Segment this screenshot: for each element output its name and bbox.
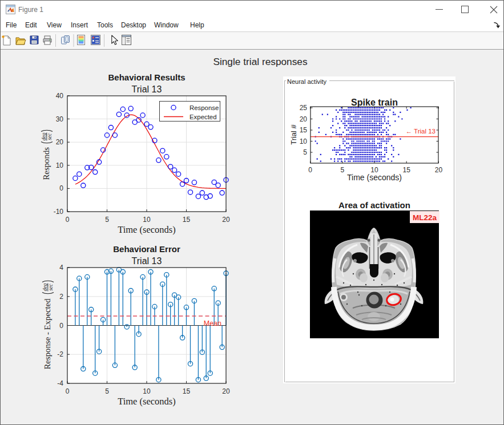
svg-text:20: 20: [56, 138, 64, 146]
svg-text:deg: deg: [42, 283, 48, 291]
svg-text:Trial #: Trial #: [289, 124, 298, 144]
svg-text:10: 10: [143, 216, 151, 224]
svg-text:sec: sec: [47, 133, 53, 140]
svg-text:4: 4: [59, 264, 63, 272]
svg-text:10: 10: [56, 161, 64, 169]
svg-text:30: 30: [56, 115, 64, 123]
svg-text:0: 0: [59, 184, 63, 192]
svg-text:Response: Response: [189, 104, 219, 111]
svg-text:15: 15: [300, 126, 308, 134]
svg-text:0: 0: [66, 216, 70, 224]
svg-text:20: 20: [222, 387, 230, 395]
svg-text:Behavioral Results: Behavioral Results: [108, 72, 185, 82]
svg-text:0: 0: [308, 166, 312, 174]
svg-text:10: 10: [300, 137, 308, 145]
svg-text:Behavioral Error: Behavioral Error: [113, 244, 180, 254]
svg-text:Time (seconds): Time (seconds): [347, 173, 402, 182]
svg-text:Area of activation: Area of activation: [338, 200, 410, 210]
svg-text:Single trial responses: Single trial responses: [213, 56, 308, 67]
svg-text:5: 5: [105, 387, 109, 395]
svg-text:40: 40: [56, 92, 64, 100]
svg-text:Time (seconds): Time (seconds): [118, 396, 176, 407]
svg-text:ML22a: ML22a: [413, 213, 437, 222]
svg-text:Responds: Responds: [42, 147, 51, 180]
svg-text:← Trial 13: ← Trial 13: [406, 128, 436, 135]
svg-text:20: 20: [300, 115, 308, 123]
svg-text:5: 5: [340, 166, 344, 174]
svg-text:0: 0: [59, 322, 63, 330]
svg-text:0: 0: [66, 387, 70, 395]
svg-text:-2: -2: [57, 350, 63, 358]
svg-text:25: 25: [300, 104, 308, 112]
svg-text:5: 5: [105, 216, 109, 224]
svg-text:Trial 13: Trial 13: [132, 84, 162, 94]
svg-text:20: 20: [435, 166, 443, 174]
svg-text:2: 2: [59, 293, 63, 301]
svg-text:Mean: Mean: [204, 319, 221, 327]
svg-text:Spike train: Spike train: [351, 98, 398, 107]
svg-text:20: 20: [222, 216, 230, 224]
svg-text:Neural activity: Neural activity: [287, 78, 327, 85]
svg-text:Response - Expected: Response - Expected: [43, 298, 52, 370]
svg-text:-4: -4: [57, 379, 63, 387]
svg-text:deg: deg: [41, 132, 47, 140]
svg-text:-10: -10: [54, 208, 64, 216]
svg-text:15: 15: [403, 166, 411, 174]
svg-text:sec: sec: [48, 284, 54, 291]
svg-text:15: 15: [183, 216, 191, 224]
svg-text:Trial 13: Trial 13: [132, 256, 162, 266]
svg-text:15: 15: [183, 387, 191, 395]
svg-text:Time (seconds): Time (seconds): [118, 224, 176, 235]
svg-text:10: 10: [143, 387, 151, 395]
svg-text:5: 5: [303, 148, 307, 156]
svg-text:Expected: Expected: [189, 114, 217, 120]
